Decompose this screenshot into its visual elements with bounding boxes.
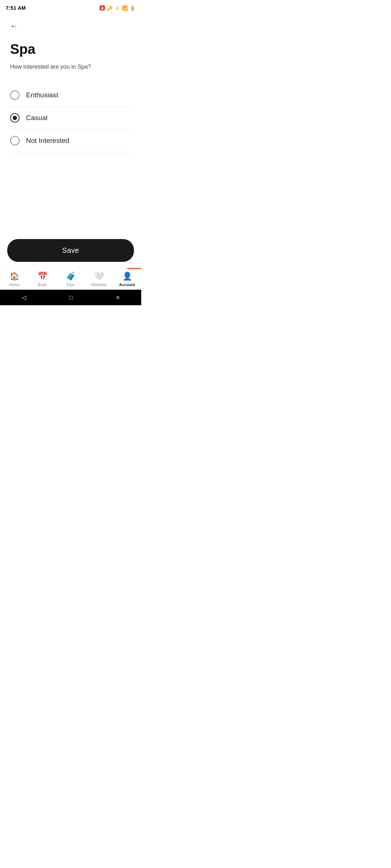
nav-home[interactable]: 🏠 Home: [0, 272, 28, 287]
option-enthusiast[interactable]: Enthusiast: [10, 84, 131, 107]
main-content: ← Spa How interested are you in Spa? Ent…: [0, 14, 141, 235]
status-time: 7:51 AM: [6, 5, 26, 11]
book-icon: 📅: [38, 272, 47, 281]
save-button[interactable]: Save: [7, 239, 134, 262]
status-bar: 7:51 AM ■ 🔑 ⚡ 📶 🔋: [0, 0, 141, 14]
option-not-interested[interactable]: Not Interested: [10, 129, 131, 152]
option-not-interested-label: Not Interested: [26, 137, 69, 145]
nav-trips-label: Trips: [66, 282, 75, 287]
nav-home-label: Home: [9, 282, 19, 287]
spacer: [10, 152, 131, 229]
page-subtitle: How interested are you in Spa?: [10, 63, 131, 71]
radio-circle-enthusiast: [10, 90, 20, 100]
nav-wishlists[interactable]: 🤍 Wishlists: [85, 272, 113, 287]
battery-level-icon: 🔋: [130, 5, 135, 11]
nav-wishlists-label: Wishlists: [91, 282, 106, 287]
status-icons: ■ 🔑 ⚡ 📶 🔋: [100, 5, 135, 11]
nav-account[interactable]: 👤 Account: [113, 272, 141, 287]
home-icon: 🏠: [9, 272, 19, 281]
radio-dot-casual: [13, 116, 17, 120]
bottom-nav: 🏠 Home 📅 Book 🧳 Trips 🤍 Wishlists 👤 Acco…: [0, 268, 141, 290]
save-button-container: Save: [0, 235, 141, 268]
option-enthusiast-label: Enthusiast: [26, 91, 58, 99]
nav-trips[interactable]: 🧳 Trips: [56, 272, 85, 287]
option-casual[interactable]: Casual: [10, 107, 131, 129]
back-button[interactable]: ←: [10, 20, 22, 32]
bluetooth-icon: ⚡: [114, 5, 120, 11]
back-arrow-icon: ←: [10, 21, 18, 31]
option-casual-label: Casual: [26, 114, 47, 122]
wifi-icon: 📶: [122, 5, 128, 11]
key-icon: 🔑: [107, 5, 113, 11]
android-menu-button[interactable]: ≡: [116, 294, 119, 301]
android-back-button[interactable]: ◁: [22, 294, 26, 301]
account-icon: 👤: [122, 272, 132, 281]
android-home-button[interactable]: □: [69, 294, 73, 301]
radio-circle-casual: [10, 113, 20, 123]
nav-account-label: Account: [119, 282, 135, 287]
nav-book[interactable]: 📅 Book: [28, 272, 56, 287]
battery-icon: ■: [100, 5, 105, 10]
interest-options: Enthusiast Casual Not Interested: [10, 84, 131, 152]
nav-book-label: Book: [38, 282, 47, 287]
page-title: Spa: [10, 42, 131, 57]
android-nav-bar: ◁ □ ≡: [0, 290, 141, 305]
trips-icon: 🧳: [66, 272, 76, 281]
wishlists-icon: 🤍: [94, 272, 104, 281]
radio-circle-not-interested: [10, 136, 20, 145]
